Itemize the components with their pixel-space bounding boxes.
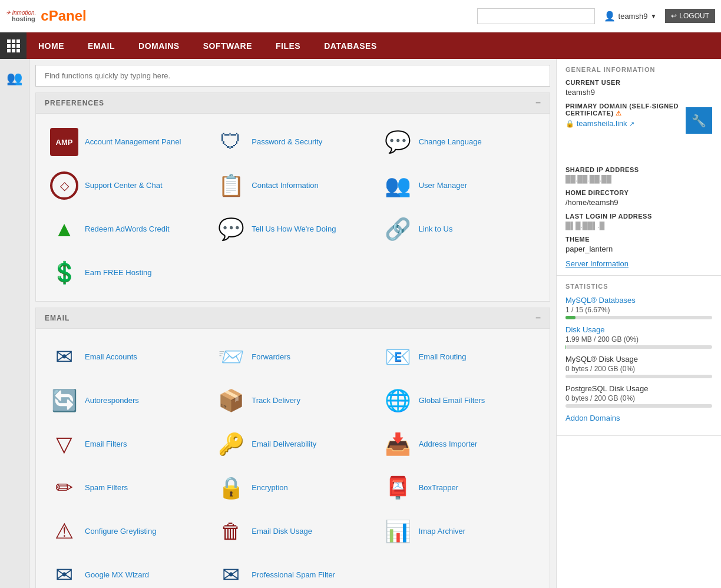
main-content: PREFERENCES − AMP Account Management Pan… [29,59,556,588]
layout: 👥 PREFERENCES − AMP Account Man [0,59,721,588]
item-change-language[interactable]: 💬 Change Language [379,123,541,161]
item-email-disk-usage[interactable]: 🗑 Email Disk Usage [211,512,373,551]
primary-domain-link[interactable]: teamsheila.link [577,119,627,128]
imap-archiver-icon: 📊 [383,517,413,546]
password-security-icon: 🛡 [216,127,246,157]
item-earn-hosting-label: Earn FREE Hosting [85,268,151,278]
item-spam-filters[interactable]: ✏ Spam Filters [45,468,207,507]
item-account-management-label: Account Management Panel [85,137,181,147]
item-email-filters[interactable]: ▽ Email Filters [45,425,207,464]
spam-filters-icon: ✏ [49,473,79,503]
stat-addon-domains-label[interactable]: Addon Domains [565,414,712,422]
preferences-grid: AMP Account Management Panel 🛡 Password … [45,123,541,292]
item-link-to-us[interactable]: 🔗 Link to Us [379,210,541,249]
stat-disk-usage-bar [565,345,712,349]
item-forwarders-label: Forwarders [252,352,290,362]
item-redeem-adwords[interactable]: ▲ Redeem AdWords Credit [45,210,207,249]
topbar: ✈ inmotion. hosting cPanel 👤 teamsh9 ▼ ↩… [0,0,721,32]
item-professional-spam-filter[interactable]: ✉ Professional Spam Filter [211,556,373,588]
item-support-center-label: Support Center & Chat [85,181,163,191]
forwarders-icon: 📨 [216,342,246,372]
email-routing-icon: 📧 [383,342,413,372]
email-accounts-icon: ✉ [49,342,79,372]
user-manager-icon: 👥 [383,171,413,200]
track-delivery-icon: 📦 [216,386,246,415]
item-autoresponders-label: Autoresponders [85,396,139,406]
stat-mysql-databases-label[interactable]: MySQL® Databases [565,296,712,305]
item-track-delivery-label: Track Delivery [252,396,300,406]
item-tell-us[interactable]: 💬 Tell Us How We're Doing [211,210,373,249]
item-global-email-filters[interactable]: 🌐 Global Email Filters [379,381,541,420]
item-imap-archiver[interactable]: 📊 Imap Archiver [379,512,541,551]
global-email-filters-icon: 🌐 [383,386,413,415]
stat-disk-usage-label[interactable]: Disk Usage [565,325,712,334]
stat-mysql-databases: MySQL® Databases 1 / 15 (6.67%) [565,296,712,319]
server-info-link[interactable]: Server Information [565,259,629,268]
item-track-delivery[interactable]: 📦 Track Delivery [211,381,373,420]
search-input[interactable] [477,8,595,24]
nav-domains[interactable]: DOMAINS [127,32,191,59]
contact-info-icon: 📋 [216,171,246,200]
item-email-accounts[interactable]: ✉ Email Accounts [45,338,207,376]
current-user-value: teamsh9 [565,88,712,97]
preferences-toggle[interactable]: − [535,98,541,108]
nav-email[interactable]: EMAIL [76,32,127,59]
stat-disk-usage-value: 1.99 MB / 200 GB (0%) [565,335,712,343]
item-forwarders[interactable]: 📨 Forwarders [211,338,373,376]
tell-us-icon: 💬 [216,214,246,244]
item-contact-info[interactable]: 📋 Contact Information [211,166,373,205]
email-toggle[interactable]: − [535,313,541,323]
stat-addon-domains: Addon Domains [565,414,712,422]
preferences-body: AMP Account Management Panel 🛡 Password … [36,114,550,301]
stat-mysql-disk-bar [565,375,712,378]
item-change-language-label: Change Language [419,137,482,147]
statistics-title: STATISTICS [565,283,712,290]
item-user-manager[interactable]: 👥 User Manager [379,166,541,205]
item-encryption[interactable]: 🔒 Encryption [211,468,373,507]
home-dir-value: /home/teamsh9 [565,198,712,207]
sidebar-users-icon[interactable]: 👥 [4,68,25,88]
stat-postgresql-disk-usage: PostgreSQL Disk Usage 0 bytes / 200 GB (… [565,384,712,408]
google-mx-wizard-icon: ✉ [49,560,79,588]
logo-area: ✈ inmotion. hosting cPanel [6,8,124,24]
item-email-filters-label: Email Filters [85,440,127,450]
theme-value: paper_lantern [565,245,712,253]
email-disk-usage-icon: 🗑 [216,517,246,546]
item-google-mx-wizard[interactable]: ✉ Google MX Wizard [45,556,207,588]
item-address-importer[interactable]: 📥 Address Importer [379,425,541,464]
item-email-routing-label: Email Routing [419,352,467,362]
preferences-title: PREFERENCES [45,99,104,107]
last-login-value: █▌█.██▌.█ [565,222,712,230]
item-autoresponders[interactable]: 🔄 Autoresponders [45,381,207,420]
stat-postgresql-label: PostgreSQL Disk Usage [565,384,712,393]
item-account-management[interactable]: AMP Account Management Panel [45,123,207,161]
email-section: EMAIL − ✉ Email Accounts 📨 Forwarders 📧 [35,308,550,588]
item-user-manager-label: User Manager [419,181,467,191]
item-earn-hosting[interactable]: 💲 Earn FREE Hosting [45,253,207,292]
item-spam-filters-label: Spam Filters [85,483,128,493]
stat-postgresql-value: 0 bytes / 200 GB (0%) [565,394,712,402]
nav-software[interactable]: SOFTWARE [191,32,264,59]
function-search-input[interactable] [35,65,550,87]
item-configure-greylisting[interactable]: ⚠ Configure Greylisting [45,512,207,551]
logout-button[interactable]: ↩ LOGOUT [665,9,715,23]
item-email-routing[interactable]: 📧 Email Routing [379,338,541,376]
item-password-security[interactable]: 🛡 Password & Security [211,123,373,161]
grid-menu-icon[interactable] [0,32,27,59]
nav-home[interactable]: HOME [27,32,76,59]
item-email-deliverability[interactable]: 🔑 Email Deliverability [211,425,373,464]
item-support-center[interactable]: ◇ Support Center & Chat [45,166,207,205]
nav-files[interactable]: FILES [264,32,312,59]
email-grid: ✉ Email Accounts 📨 Forwarders 📧 Email Ro… [45,338,541,588]
earn-hosting-icon: 💲 [49,258,79,288]
item-boxtrapper[interactable]: 📮 BoxTrapper [379,468,541,507]
nav-databases[interactable]: DATABASES [312,32,389,59]
adwords-icon: ▲ [49,214,79,244]
wrench-button[interactable]: 🔧 [686,107,712,134]
user-info[interactable]: 👤 teamsh9 ▼ [604,11,657,22]
nav-items: HOME EMAIL DOMAINS SOFTWARE FILES DATABA… [27,32,389,59]
stat-mysql-databases-bar [565,316,712,319]
email-deliverability-icon: 🔑 [216,430,246,459]
sidebar: 👥 [0,59,29,588]
stat-mysql-disk-usage: MySQL® Disk Usage 0 bytes / 200 GB (0%) [565,355,712,378]
